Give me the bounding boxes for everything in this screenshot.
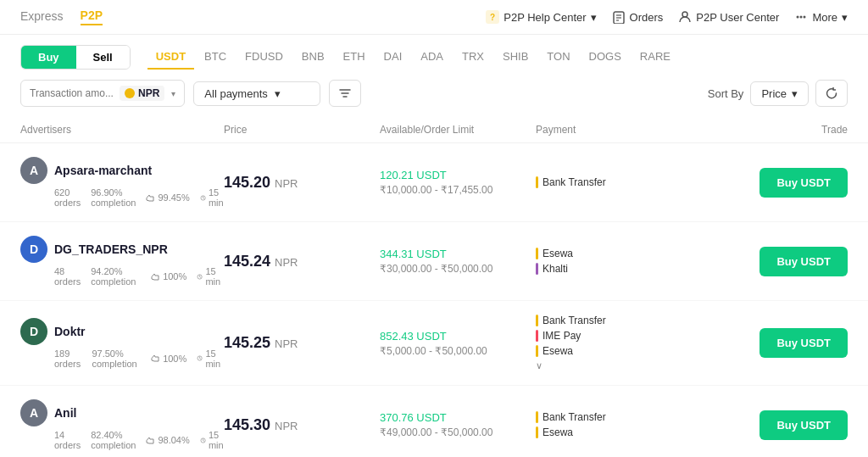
top-nav: Express P2P ? P2P Help Center ▾ Orders P… bbox=[0, 0, 868, 35]
payment-dot bbox=[536, 411, 538, 423]
advertiser-name[interactable]: Anil bbox=[54, 406, 76, 420]
available-cell: 370.76 USDT ₹49,000.00 - ₹50,000.00 bbox=[380, 411, 536, 438]
buy-button[interactable]: Buy bbox=[21, 46, 76, 69]
nav-tab-p2p[interactable]: P2P bbox=[81, 8, 103, 25]
thumbs-up: 100% bbox=[151, 271, 186, 281]
nav-tab-express[interactable]: Express bbox=[20, 9, 64, 25]
col-price: Price bbox=[224, 124, 380, 136]
order-limit: ₹10,000.00 - ₹17,455.00 bbox=[380, 184, 536, 196]
currency-list: USDT BTC FDUSD BNB ETH DAI ADA TRX SHIB … bbox=[147, 45, 679, 70]
buy-usdt-button[interactable]: Buy USDT bbox=[760, 168, 848, 198]
refresh-icon bbox=[825, 86, 838, 100]
available-amount: 852.43 USDT bbox=[380, 330, 536, 343]
avatar: D bbox=[20, 318, 47, 345]
time-avg: 15 min bbox=[197, 348, 224, 369]
payment-cell: Esewa Khalti bbox=[536, 248, 692, 275]
sort-by-price-button[interactable]: Price ▾ bbox=[750, 81, 809, 106]
refresh-button[interactable] bbox=[815, 80, 848, 107]
currency-shib[interactable]: SHIB bbox=[494, 45, 537, 70]
sell-button[interactable]: Sell bbox=[76, 46, 130, 69]
chevron-down-icon: ▾ bbox=[842, 11, 848, 24]
advertiser-name[interactable]: DG_TRADERS_NPR bbox=[54, 242, 168, 256]
sort-label: Sort By bbox=[708, 87, 744, 100]
currency-dogs[interactable]: DOGS bbox=[581, 45, 630, 70]
currency-fdusd[interactable]: FDUSD bbox=[236, 45, 292, 70]
advertiser-top: D Doktr bbox=[20, 318, 224, 345]
col-available: Available/Order Limit bbox=[380, 124, 536, 136]
advertiser-name[interactable]: Apsara-marchant bbox=[54, 164, 152, 177]
advertiser-stats: 189 orders 97.50% completion 100% 15 min bbox=[20, 348, 224, 369]
user-icon bbox=[678, 10, 692, 24]
price-currency: NPR bbox=[275, 177, 298, 190]
price-currency: NPR bbox=[275, 256, 298, 269]
currency-eth[interactable]: ETH bbox=[335, 45, 374, 70]
order-count: 620 orders bbox=[54, 187, 81, 208]
sort-value: Price bbox=[761, 87, 787, 100]
advertiser-top: A Apsara-marchant bbox=[20, 157, 224, 184]
payment-label: Esewa bbox=[542, 426, 573, 438]
payment-tag: Bank Transfer bbox=[536, 315, 692, 326]
payment-tag: Esewa bbox=[536, 345, 692, 357]
time-avg: 15 min bbox=[200, 187, 227, 208]
trade-cell: Buy USDT bbox=[692, 328, 848, 358]
table-row: A Anil 14 orders 82.40% completion 98.04… bbox=[0, 386, 868, 457]
payment-dot bbox=[536, 263, 538, 275]
payment-tag: Esewa bbox=[536, 426, 692, 438]
buy-usdt-button[interactable]: Buy USDT bbox=[760, 410, 848, 440]
amount-filter[interactable]: NPR ▾ bbox=[20, 80, 185, 107]
currency-badge: NPR bbox=[120, 86, 164, 101]
order-limit: ₹30,000.00 - ₹50,000.00 bbox=[380, 263, 536, 275]
time-avg: 15 min bbox=[197, 266, 224, 287]
orders-nav[interactable]: Orders bbox=[612, 10, 664, 24]
col-payment: Payment bbox=[536, 124, 692, 136]
available-cell: 120.21 USDT ₹10,000.00 - ₹17,455.00 bbox=[380, 169, 536, 196]
currency-bnb[interactable]: BNB bbox=[293, 45, 333, 70]
price-currency: NPR bbox=[275, 337, 298, 350]
currency-ton[interactable]: TON bbox=[538, 45, 578, 70]
currency-trx[interactable]: TRX bbox=[453, 45, 492, 70]
trade-cell: Buy USDT bbox=[692, 410, 848, 440]
price-cell: 145.24 NPR bbox=[224, 253, 380, 270]
order-limit: ₹49,000.00 - ₹50,000.00 bbox=[380, 426, 536, 438]
p2p-help-center[interactable]: ? P2P Help Center ▾ bbox=[486, 10, 596, 24]
svg-text:?: ? bbox=[490, 13, 495, 22]
amount-input[interactable] bbox=[30, 87, 114, 99]
currency-rare[interactable]: RARE bbox=[632, 45, 679, 70]
p2p-user-center[interactable]: P2P User Center bbox=[678, 10, 779, 24]
payment-dropdown-arrow: ▾ bbox=[275, 87, 281, 100]
nav-left: Express P2P bbox=[20, 8, 103, 25]
advertiser-top: A Anil bbox=[20, 399, 224, 426]
order-limit: ₹5,000.00 - ₹50,000.00 bbox=[380, 345, 536, 357]
filters-row: NPR ▾ All payments ▾ Sort By Price ▾ bbox=[0, 70, 868, 117]
available-cell: 344.31 USDT ₹30,000.00 - ₹50,000.00 bbox=[380, 248, 536, 275]
chevron-down-icon: ▾ bbox=[591, 11, 597, 24]
buy-sell-group: Buy Sell bbox=[20, 45, 131, 70]
price-cell: 145.30 NPR bbox=[224, 416, 380, 434]
table-row: A Apsara-marchant 620 orders 96.90% comp… bbox=[0, 143, 868, 222]
payment-tag: Bank Transfer bbox=[536, 411, 692, 423]
currency-tabs: Buy Sell USDT BTC FDUSD BNB ETH DAI ADA … bbox=[0, 35, 868, 70]
currency-usdt[interactable]: USDT bbox=[147, 45, 194, 70]
buy-usdt-button[interactable]: Buy USDT bbox=[760, 247, 848, 276]
completion-rate: 82.40% completion bbox=[91, 430, 136, 450]
svg-point-6 bbox=[682, 12, 687, 17]
trade-cell: Buy USDT bbox=[692, 247, 848, 276]
table-header: Advertisers Price Available/Order Limit … bbox=[0, 117, 868, 143]
currency-btc[interactable]: BTC bbox=[196, 45, 235, 70]
buy-usdt-button[interactable]: Buy USDT bbox=[760, 328, 848, 358]
filter-icon-button[interactable] bbox=[329, 80, 361, 107]
payment-dot bbox=[536, 176, 538, 188]
advertiser-name[interactable]: Doktr bbox=[54, 325, 86, 338]
advertiser-stats: 48 orders 94.20% completion 100% 15 min bbox=[20, 266, 224, 287]
price-cell: 145.20 NPR bbox=[224, 174, 380, 192]
advertiser-info: D DG_TRADERS_NPR 48 orders 94.20% comple… bbox=[20, 236, 224, 287]
filter-icon bbox=[338, 86, 352, 100]
avatar: A bbox=[20, 399, 47, 426]
expand-payments[interactable]: ∨ bbox=[536, 360, 692, 371]
currency-ada[interactable]: ADA bbox=[412, 45, 452, 70]
thumbs-up: 98.04% bbox=[146, 435, 189, 445]
currency-dai[interactable]: DAI bbox=[376, 45, 411, 70]
payment-filter[interactable]: All payments ▾ bbox=[193, 81, 320, 106]
payment-dot bbox=[536, 426, 538, 438]
more-nav[interactable]: More ▾ bbox=[794, 10, 848, 24]
